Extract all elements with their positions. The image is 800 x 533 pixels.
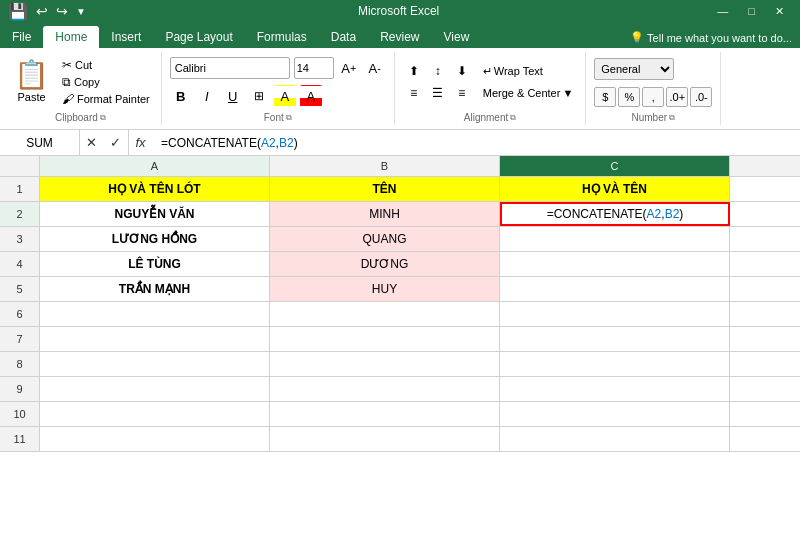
cell-b2[interactable]: MINH [270,202,500,226]
align-bottom-button[interactable]: ⬇ [451,61,473,81]
col-header-b[interactable]: B [270,156,500,176]
clipboard-expand-icon[interactable]: ⧉ [100,113,106,123]
percent-button[interactable]: % [618,87,640,107]
cut-label: Cut [75,59,92,71]
cell-a9[interactable] [40,377,270,401]
cut-button[interactable]: ✂ Cut [59,57,153,73]
cell-a1[interactable]: HỌ VÀ TÊN LÓT [40,177,270,201]
underline-button[interactable]: U [222,85,244,107]
tab-home[interactable]: Home [43,26,99,48]
undo-button[interactable]: ↩ [34,3,50,19]
cell-c8[interactable] [500,352,730,376]
paste-button[interactable]: 📋 Paste [8,59,55,105]
row-num-9[interactable]: 9 [0,377,40,401]
dec-decimal-button[interactable]: .0- [690,87,712,107]
cell-b9[interactable] [270,377,500,401]
cell-b5[interactable]: HUY [270,277,500,301]
align-right-button[interactable]: ≡ [451,83,473,103]
cell-a11[interactable] [40,427,270,451]
dollar-button[interactable]: $ [594,87,616,107]
number-format-select[interactable]: General [594,58,674,80]
formula-display[interactable]: =CONCATENATE(A2,B2) [153,136,800,150]
qa-dropdown[interactable]: ▼ [74,6,88,17]
increase-font-button[interactable]: A+ [338,57,360,79]
tab-formulas[interactable]: Formulas [245,26,319,48]
decrease-font-button[interactable]: A- [364,57,386,79]
redo-button[interactable]: ↪ [54,3,70,19]
tab-insert[interactable]: Insert [99,26,153,48]
row-num-11[interactable]: 11 [0,427,40,451]
cell-b4[interactable]: DƯƠNG [270,252,500,276]
cell-b8[interactable] [270,352,500,376]
row-num-4[interactable]: 4 [0,252,40,276]
col-header-a[interactable]: A [40,156,270,176]
cell-b6[interactable] [270,302,500,326]
col-header-c[interactable]: C [500,156,730,176]
align-middle-button[interactable]: ↕ [427,61,449,81]
inc-decimal-button[interactable]: .0+ [666,87,688,107]
number-expand-icon[interactable]: ⧉ [669,113,675,123]
tell-me-box[interactable]: 💡 Tell me what you want to do... [630,31,792,44]
align-center-button[interactable]: ☰ [427,83,449,103]
tab-file[interactable]: File [0,26,43,48]
cell-c6[interactable] [500,302,730,326]
font-name-input[interactable] [170,57,290,79]
minimize-button[interactable]: — [709,5,736,18]
tab-pagelayout[interactable]: Page Layout [153,26,244,48]
bold-button[interactable]: B [170,85,192,107]
cancel-formula-button[interactable]: ✕ [80,130,104,155]
cell-a4[interactable]: LÊ TÙNG [40,252,270,276]
font-expand-icon[interactable]: ⧉ [286,113,292,123]
confirm-formula-button[interactable]: ✓ [104,130,128,155]
row-num-7[interactable]: 7 [0,327,40,351]
alignment-expand-icon[interactable]: ⧉ [510,113,516,123]
font-size-input[interactable] [294,57,334,79]
comma-button[interactable]: , [642,87,664,107]
wrap-text-button[interactable]: ↵ Wrap Text [479,61,578,81]
cell-a5[interactable]: TRẦN MẠNH [40,277,270,301]
font-color-button[interactable]: A [300,85,322,107]
cell-a7[interactable] [40,327,270,351]
cell-b1[interactable]: TÊN [270,177,500,201]
format-painter-button[interactable]: 🖌 Format Painter [59,91,153,107]
cell-b10[interactable] [270,402,500,426]
row-num-1[interactable]: 1 [0,177,40,201]
merge-center-button[interactable]: Merge & Center ▼ [479,83,578,103]
close-button[interactable]: ✕ [767,5,792,18]
row-num-6[interactable]: 6 [0,302,40,326]
cell-b11[interactable] [270,427,500,451]
cell-c3[interactable] [500,227,730,251]
italic-button[interactable]: I [196,85,218,107]
cell-c2[interactable]: =CONCATENATE(A2,B2) [500,202,730,226]
cell-a8[interactable] [40,352,270,376]
border-button[interactable]: ⊞ [248,85,270,107]
tab-review[interactable]: Review [368,26,431,48]
row-num-8[interactable]: 8 [0,352,40,376]
cell-a10[interactable] [40,402,270,426]
row-num-5[interactable]: 5 [0,277,40,301]
tab-view[interactable]: View [432,26,482,48]
cell-c11[interactable] [500,427,730,451]
fill-color-button[interactable]: A [274,85,296,107]
insert-function-button[interactable]: fx [129,130,153,155]
row-num-10[interactable]: 10 [0,402,40,426]
align-top-button[interactable]: ⬆ [403,61,425,81]
tab-data[interactable]: Data [319,26,368,48]
cell-a2[interactable]: NGUYỄN VĂN [40,202,270,226]
row-num-2[interactable]: 2 [0,202,40,226]
cell-c9[interactable] [500,377,730,401]
cell-a6[interactable] [40,302,270,326]
copy-button[interactable]: ⧉ Copy [59,74,153,90]
cell-c5[interactable] [500,277,730,301]
align-left-button[interactable]: ≡ [403,83,425,103]
maximize-button[interactable]: □ [740,5,763,18]
cell-a3[interactable]: LƯƠNG HỒNG [40,227,270,251]
name-box[interactable] [0,130,80,155]
cell-b3[interactable]: QUANG [270,227,500,251]
cell-c7[interactable] [500,327,730,351]
cell-c4[interactable] [500,252,730,276]
row-num-3[interactable]: 3 [0,227,40,251]
cell-b7[interactable] [270,327,500,351]
cell-c1[interactable]: HỌ VÀ TÊN [500,177,730,201]
cell-c10[interactable] [500,402,730,426]
